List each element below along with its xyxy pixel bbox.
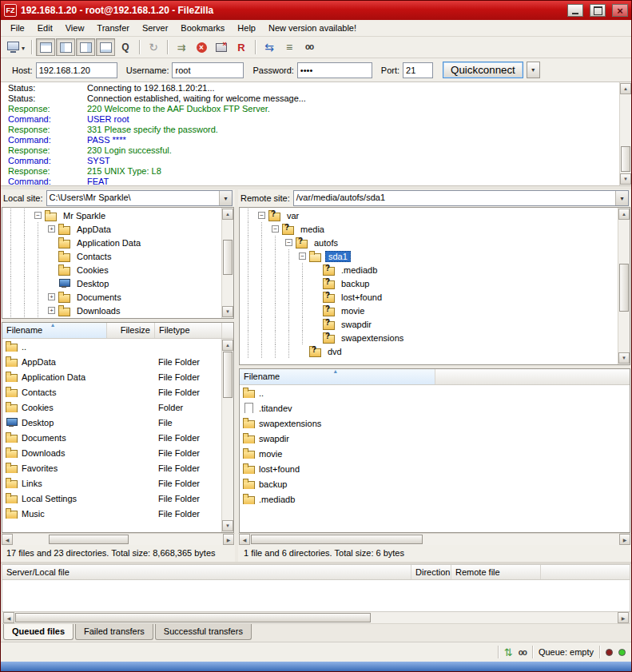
toggle-local-tree-button[interactable] [56, 38, 75, 56]
menu-item-help[interactable]: Help [231, 22, 262, 34]
expander-minus-icon[interactable]: − [34, 212, 42, 219]
find-files-button[interactable] [300, 38, 319, 56]
scroll-thumb[interactable] [49, 535, 129, 544]
cancel-button[interactable] [192, 38, 211, 56]
expander-plus-icon[interactable]: + [48, 225, 55, 233]
menu-item-server[interactable]: Server [136, 22, 174, 34]
directory-comparison-button[interactable] [260, 38, 279, 56]
expander-minus-icon[interactable]: − [258, 212, 265, 219]
tab-successful-transfers[interactable]: Successful transfers [155, 624, 252, 640]
tree-item-desktop[interactable]: Desktop [4, 276, 221, 290]
queue-horizontal-scrollbar[interactable] [2, 612, 630, 624]
tree-item-downloads[interactable]: +Downloads [4, 304, 221, 317]
scroll-thumb[interactable] [621, 146, 630, 172]
tree-item-contacts[interactable]: Contacts [4, 249, 221, 263]
file-row[interactable]: .mediadb [240, 491, 630, 507]
local-site-dropdown-icon[interactable] [219, 191, 232, 205]
filename-filters-button[interactable] [116, 38, 135, 56]
file-row[interactable]: .. [2, 339, 221, 354]
speed-limits-icon[interactable] [504, 647, 513, 658]
refresh-button[interactable] [144, 38, 163, 56]
column-header-filename[interactable]: Filename [240, 369, 435, 384]
tree-item-application-data[interactable]: Application Data [4, 236, 221, 249]
scroll-down-button[interactable] [620, 173, 631, 185]
menu-item-file[interactable]: File [4, 22, 31, 34]
local-list-scrollbar[interactable] [221, 339, 233, 532]
column-header-remote-file[interactable]: Remote file [451, 565, 541, 579]
scroll-up-button[interactable] [620, 83, 631, 94]
tree-item-mr-sparkle[interactable]: −Mr Sparkle [4, 209, 221, 222]
file-row[interactable]: swapdir [240, 431, 630, 446]
scroll-up-button[interactable] [222, 209, 233, 220]
synchronized-browsing-button[interactable] [280, 38, 299, 56]
scroll-down-button[interactable] [222, 520, 233, 531]
binoculars-icon[interactable] [519, 647, 527, 657]
file-row[interactable]: swapextensions [240, 416, 630, 431]
menu-item-bookmarks[interactable]: Bookmarks [174, 22, 231, 34]
expander-minus-icon[interactable]: − [272, 225, 279, 233]
toggle-queue-button[interactable] [96, 38, 115, 56]
file-row[interactable]: Local SettingsFile Folder [2, 491, 221, 506]
disconnect-button[interactable] [212, 38, 231, 56]
host-input[interactable] [36, 62, 117, 78]
tree-item-sda1[interactable]: −sda1 [241, 249, 617, 263]
tree-item-documents[interactable]: +Documents [4, 290, 221, 304]
dropdown-arrow-icon[interactable] [22, 42, 25, 52]
remote-list-horizontal-scrollbar[interactable] [238, 533, 631, 545]
file-row[interactable]: AppDataFile Folder [2, 354, 221, 369]
expander-plus-icon[interactable]: + [48, 307, 55, 314]
file-row[interactable]: .. [240, 385, 630, 400]
file-row[interactable]: Application DataFile Folder [2, 369, 221, 384]
menu-item-new-version-available[interactable]: New version available! [262, 22, 363, 34]
local-site-combobox[interactable]: C:\Users\Mr Sparkle\ [46, 190, 233, 206]
minimize-button[interactable] [567, 4, 583, 17]
tree-item-dvd[interactable]: ?dvd [241, 344, 617, 358]
scroll-left-button[interactable] [3, 612, 14, 623]
remote-site-dropdown-icon[interactable] [615, 191, 628, 205]
password-input[interactable] [297, 62, 372, 78]
file-row[interactable]: backup [240, 476, 630, 491]
file-row[interactable]: LinksFile Folder [2, 475, 221, 491]
tree-item-swapdir[interactable]: ?swapdir [241, 317, 617, 331]
toggle-message-log-button[interactable] [36, 38, 55, 56]
quickconnect-button[interactable]: Quickconnect [443, 62, 523, 78]
tree-item-backup[interactable]: ?backup [241, 276, 617, 290]
column-header-filetype[interactable]: Filetype [155, 323, 222, 338]
tree-item-autofs[interactable]: −?autofs [241, 236, 617, 249]
column-header-filename[interactable]: Filename [2, 323, 107, 338]
column-header-filesize[interactable]: Filesize [107, 323, 155, 338]
file-row[interactable]: lost+found [240, 461, 630, 476]
maximize-button[interactable] [590, 4, 606, 17]
scroll-down-button[interactable] [222, 306, 233, 317]
site-manager-button[interactable] [5, 38, 27, 56]
file-row[interactable]: .titandev [240, 400, 630, 416]
scroll-up-button[interactable] [618, 209, 630, 220]
tree-item-movie[interactable]: ?movie [241, 304, 617, 317]
remote-site-combobox[interactable]: /var/media/autofs/sda1 [293, 190, 629, 206]
menu-item-view[interactable]: View [59, 22, 91, 34]
tree-item-media[interactable]: −?media [241, 222, 617, 236]
scroll-thumb[interactable] [223, 240, 233, 275]
queue-body[interactable] [2, 580, 630, 612]
tab-failed-transfers[interactable]: Failed transfers [75, 624, 153, 640]
process-queue-button[interactable] [172, 38, 191, 56]
column-header-direction[interactable]: Direction [411, 565, 451, 579]
username-input[interactable] [172, 62, 244, 78]
file-row[interactable]: DocumentsFile Folder [2, 430, 221, 445]
local-list-horizontal-scrollbar[interactable] [1, 533, 235, 545]
remote-tree-scrollbar[interactable] [618, 208, 630, 364]
column-header-server-local-file[interactable]: Server/Local file [2, 565, 411, 579]
toggle-remote-tree-button[interactable] [76, 38, 95, 56]
message-log-scrollbar[interactable] [619, 82, 631, 185]
scroll-right-button[interactable] [618, 612, 629, 623]
titlebar[interactable]: FZ 192.168.1.20 - root@192.168.1.20 - Fi… [1, 1, 631, 20]
port-input[interactable] [403, 62, 433, 78]
scroll-right-button[interactable] [619, 534, 630, 545]
file-row[interactable]: movie [240, 446, 630, 461]
tree-item-var[interactable]: −?var [241, 209, 617, 222]
menu-item-transfer[interactable]: Transfer [90, 22, 136, 34]
file-row[interactable]: FavoritesFile Folder [2, 460, 221, 475]
close-button[interactable] [612, 4, 628, 17]
expander-minus-icon[interactable]: − [299, 252, 306, 260]
scroll-left-button[interactable] [239, 534, 250, 545]
